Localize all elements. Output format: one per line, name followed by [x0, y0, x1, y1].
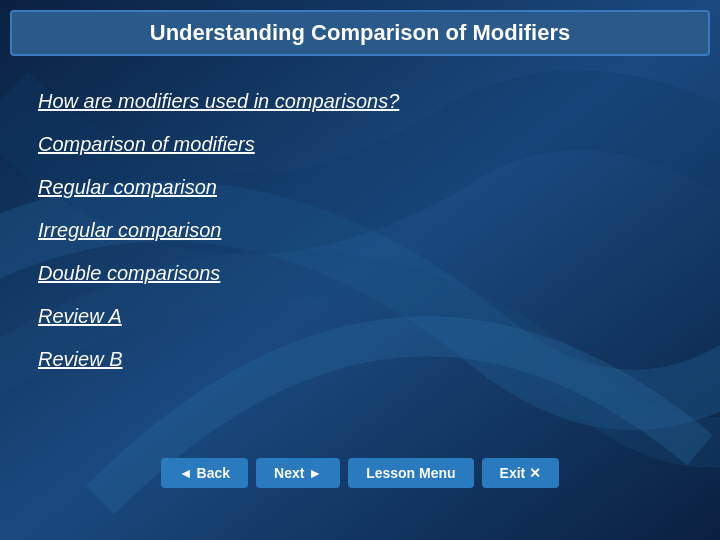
exit-button[interactable]: Exit ✕ [482, 458, 560, 488]
page-title: Understanding Comparison of Modifiers [28, 20, 692, 46]
nav-link-3[interactable]: Regular comparison [30, 166, 690, 209]
nav-link-5[interactable]: Double comparisons [30, 252, 690, 295]
nav-link-1[interactable]: How are modifiers used in comparisons? [30, 80, 690, 123]
nav-link-6[interactable]: Review A [30, 295, 690, 338]
nav-link-7[interactable]: Review B [30, 338, 690, 381]
bottom-bar: ◄ Back Next ► Lesson Menu Exit ✕ [10, 452, 710, 494]
lesson-menu-button[interactable]: Lesson Menu [348, 458, 473, 488]
main-content: Understanding Comparison of Modifiers Ho… [10, 10, 710, 494]
back-button[interactable]: ◄ Back [161, 458, 248, 488]
footer: HOLT Mc.DOUGAL Original content copyrigh… [10, 494, 710, 530]
nav-link-4[interactable]: Irregular comparison [30, 209, 690, 252]
next-button[interactable]: Next ► [256, 458, 340, 488]
footer-text: Original content copyright by Holt Mc.Do… [138, 508, 700, 518]
app-wrapper: Understanding Comparison of Modifiers Ho… [0, 0, 720, 540]
holt-logo: HOLT [20, 505, 56, 521]
content-area: How are modifiers used in comparisons? C… [10, 72, 710, 446]
nav-link-2[interactable]: Comparison of modifiers [30, 123, 690, 166]
mcdougal-logo: Mc.DOUGAL [62, 507, 128, 519]
nav-buttons: ◄ Back Next ► Lesson Menu Exit ✕ [161, 458, 559, 488]
footer-logo: HOLT Mc.DOUGAL [20, 505, 128, 521]
title-bar: Understanding Comparison of Modifiers [10, 10, 710, 56]
